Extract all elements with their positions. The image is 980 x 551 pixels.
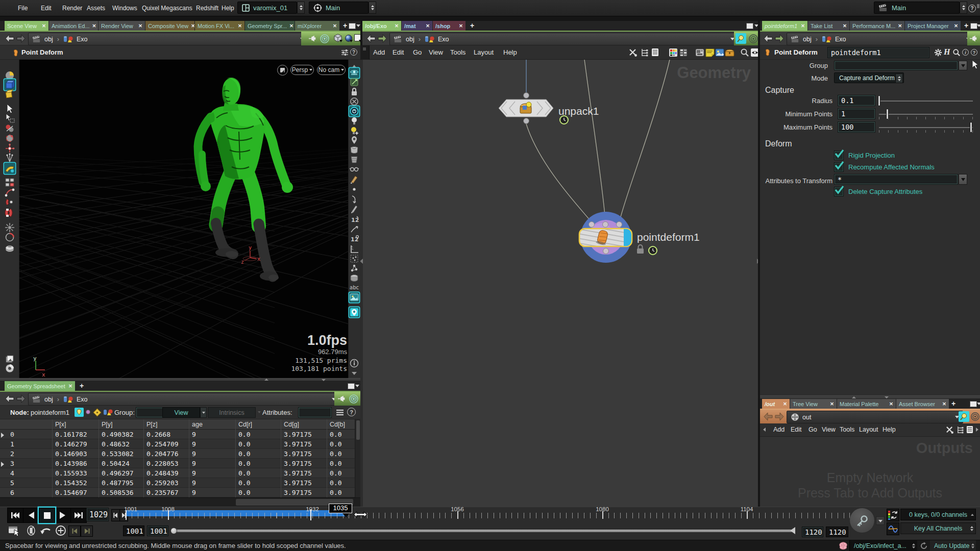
mode-dropdown[interactable]: Capture and Deform [834,72,904,83]
normals-icon[interactable] [349,224,359,234]
key-button[interactable] [849,508,875,533]
scene-selector-spinner[interactable] [960,2,967,14]
network-menu-layout[interactable]: Layout [474,48,494,56]
menu-assets[interactable]: Assets [87,0,105,16]
range-slider-track[interactable] [174,530,792,532]
spectacles-icon[interactable] [349,164,359,174]
audio-icon[interactable] [26,525,37,536]
close-icon[interactable]: ✕ [827,399,834,409]
new-tab-button[interactable]: + [962,21,970,31]
capture-section-label[interactable]: Capture [765,86,794,95]
splitter-up-icon[interactable] [264,379,268,381]
network-menu-edit[interactable]: Edit [393,48,404,56]
hamburger-icon[interactable] [336,409,344,416]
tab-obj-exo[interactable]: /obj/Exo✕ [362,21,402,31]
measure-icon[interactable] [349,244,359,254]
vertex-mode-icon[interactable] [93,408,102,417]
close-icon[interactable]: ✕ [951,21,958,31]
out-path-field[interactable]: out [787,411,963,423]
range-start-field[interactable]: 1001 [123,525,144,536]
global-anim-options-icon[interactable] [55,525,66,536]
sticky-note-icon[interactable] [705,48,715,57]
take-disc-icon[interactable] [4,363,15,374]
tab-pointdeform1[interactable]: pointdeform1✕ [762,21,808,31]
follow-time-icon[interactable] [349,106,359,116]
search-icon[interactable] [740,48,749,57]
menu-quixel-megascans[interactable]: Quixel Megascans [142,0,192,16]
out-menu-add[interactable]: Add [773,426,785,433]
recompute-normals-label[interactable]: Recompute Affected Normals [848,163,935,171]
deform-tool-icon[interactable] [4,163,15,174]
selection-path-field[interactable]: /obj/Exo/infect_a... [849,540,917,551]
new-tab-button[interactable]: + [78,381,86,391]
close-icon[interactable]: ✕ [940,399,946,409]
radius-input[interactable]: 0.1 [838,95,875,106]
prim-numbers-icon[interactable]: 12 [349,234,359,244]
paint-brush-icon[interactable] [349,174,359,184]
close-icon[interactable]: ✕ [90,21,96,31]
rigid-projection-label[interactable]: Rigid Projection [848,152,895,159]
lock-icon[interactable] [349,87,359,97]
range-start-field2[interactable]: 1001 [147,525,168,536]
path-node[interactable]: Exo [438,36,449,43]
add-light-icon[interactable] [349,126,359,136]
table-hscrollbar[interactable] [0,497,360,507]
pin-icon[interactable] [969,35,978,42]
path-node[interactable]: out [802,414,811,421]
scroll-down-icon[interactable] [349,368,359,378]
camera-lock-button[interactable] [277,65,288,76]
out-menu-edit[interactable]: Edit [791,426,802,433]
range-slider-handle-right[interactable] [790,527,795,534]
tab-project-manager[interactable]: Project Manager✕ [905,21,961,31]
out-menu-help[interactable]: Help [883,426,896,433]
out-menu-view[interactable]: View [822,426,836,433]
min-points-slider-track[interactable] [879,114,973,115]
tab-motion-fx[interactable]: Motion FX Vi...✕ [195,21,245,31]
out-menu-layout[interactable]: Layout [859,426,878,433]
sheet-attributes-input[interactable] [298,407,332,418]
help-icon[interactable]: ? [968,5,976,12]
search-icon[interactable] [952,48,961,57]
radius-slider-track[interactable] [879,101,973,102]
close-icon[interactable]: ✕ [235,21,242,31]
scene-path-field[interactable]: obj › Exo [28,33,308,45]
pen-icon[interactable] [349,204,359,214]
mirror-tool-icon[interactable] [4,177,15,188]
snap-dropdown-icon[interactable] [339,40,342,42]
forward-icon[interactable] [774,34,785,43]
tab-mat[interactable]: /mat✕ [402,21,433,31]
pane-maximize-icon[interactable] [349,23,356,29]
prev-key-button[interactable] [68,525,81,537]
sheet-view-dd-icon[interactable] [200,407,207,418]
pinned-icon[interactable] [736,33,746,44]
sheet-help-icon[interactable]: ? [347,408,356,416]
houdini-logo-icon[interactable]: H [944,47,950,57]
table-row[interactable]: 4 0.155933 0.496297 0.248439 9 0.0 3.971… [0,468,355,478]
menu-scroll-right-icon[interactable] [976,428,978,432]
background-image-button-icon[interactable] [715,48,724,57]
network-grid-icon[interactable] [679,48,688,57]
deform-section-label[interactable]: Deform [765,139,792,148]
background-image-icon[interactable] [349,292,359,303]
menu-help[interactable]: Help [222,0,234,16]
prim-mode-icon[interactable] [103,408,113,416]
select-handles-icon[interactable] [4,113,15,124]
current-frame-field[interactable]: 1029 [86,508,109,521]
min-points-input[interactable]: 1 [838,108,875,119]
edge-arrow-icon[interactable] [360,259,363,264]
network-corner-button[interactable] [360,45,370,60]
snapshot-manager-icon[interactable] [695,48,704,57]
max-points-input[interactable]: 100 [838,121,875,133]
table-row[interactable]: 5 0.154352 0.487795 0.259203 9 0.0 3.971… [0,478,355,488]
tree-view-icon[interactable] [957,426,964,434]
path-root[interactable]: obj [44,36,53,43]
play-button[interactable] [55,508,71,523]
pin-icon[interactable] [337,395,347,403]
gear-icon[interactable] [934,48,942,57]
particles-tool-icon[interactable] [4,153,15,164]
location-pin-icon[interactable] [349,135,359,145]
select-arrow-icon[interactable] [971,60,979,70]
recompute-normals-checkbox[interactable] [834,162,844,172]
menu-render[interactable]: Render [62,0,82,16]
menu-edit[interactable]: Edit [41,0,52,16]
